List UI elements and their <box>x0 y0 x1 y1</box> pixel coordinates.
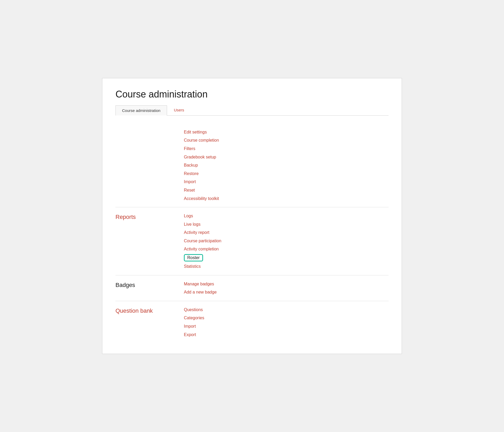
link-import-qb[interactable]: Import <box>184 323 204 330</box>
link-roster[interactable]: Roster <box>184 254 203 261</box>
section-reports-links: Logs Live logs Activity report Course pa… <box>184 213 221 270</box>
link-import[interactable]: Import <box>184 178 219 185</box>
link-backup[interactable]: Backup <box>184 162 219 169</box>
section-badges: Badges Manage badges Add a new badge <box>115 275 389 301</box>
tab-users[interactable]: Users <box>168 105 190 115</box>
section-general-links: Edit settings Course completion Filters … <box>184 129 219 202</box>
link-accessibility-toolkit[interactable]: Accessibility toolkit <box>184 195 219 202</box>
link-manage-badges[interactable]: Manage badges <box>184 281 217 287</box>
link-logs[interactable]: Logs <box>184 213 221 219</box>
link-statistics[interactable]: Statistics <box>184 263 221 270</box>
page-title: Course administration <box>115 89 389 100</box>
link-restore[interactable]: Restore <box>184 170 219 177</box>
link-activity-report[interactable]: Activity report <box>184 229 221 236</box>
link-activity-completion[interactable]: Activity completion <box>184 246 221 253</box>
section-general: Edit settings Course completion Filters … <box>115 124 389 207</box>
section-reports-label: Reports <box>115 213 184 270</box>
link-live-logs[interactable]: Live logs <box>184 221 221 228</box>
page-container: Course administration Course administrat… <box>102 78 402 354</box>
tab-course-administration[interactable]: Course administration <box>115 105 167 116</box>
link-questions[interactable]: Questions <box>184 306 204 313</box>
section-badges-label: Badges <box>115 281 184 296</box>
link-categories[interactable]: Categories <box>184 315 204 321</box>
link-filters[interactable]: Filters <box>184 145 219 152</box>
link-add-new-badge[interactable]: Add a new badge <box>184 289 217 296</box>
section-question-bank-links: Questions Categories Import Export <box>184 306 204 338</box>
link-reset[interactable]: Reset <box>184 187 219 194</box>
section-general-label <box>115 129 184 202</box>
content-area: Edit settings Course completion Filters … <box>115 116 389 343</box>
section-question-bank: Question bank Questions Categories Impor… <box>115 301 389 343</box>
link-gradebook-setup[interactable]: Gradebook setup <box>184 154 219 161</box>
link-course-participation[interactable]: Course participation <box>184 238 221 244</box>
section-reports: Reports Logs Live logs Activity report C… <box>115 207 389 275</box>
tabs-bar: Course administration Users <box>115 105 389 116</box>
section-badges-links: Manage badges Add a new badge <box>184 281 217 296</box>
roster-highlight-container: Roster <box>184 254 221 261</box>
section-question-bank-label: Question bank <box>115 306 184 338</box>
link-edit-settings[interactable]: Edit settings <box>184 129 219 136</box>
link-export[interactable]: Export <box>184 331 204 338</box>
link-course-completion[interactable]: Course completion <box>184 137 219 144</box>
